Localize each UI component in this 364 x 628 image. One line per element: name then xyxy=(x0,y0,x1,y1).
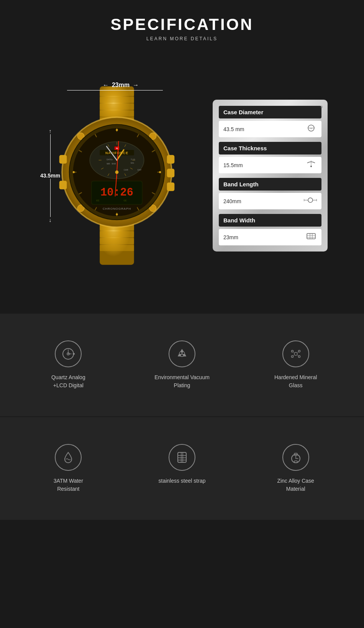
water-label: 3ATM Water Resistant xyxy=(54,477,83,493)
spec-case-thickness-label: Case Thickness xyxy=(219,142,321,155)
svg-rect-11 xyxy=(100,231,134,237)
svg-rect-90 xyxy=(307,233,315,239)
svg-point-104 xyxy=(291,356,293,358)
spec-case-diameter-label: Case Diameter xyxy=(219,106,321,118)
watch-area: ← 23mm → ↑ 43.5mm ↓ xyxy=(36,61,205,291)
svg-text:7:11: 7:11 xyxy=(131,158,136,161)
svg-point-79 xyxy=(73,171,75,173)
svg-text:CHRONOGRAPH: CHRONOGRAPH xyxy=(103,207,131,210)
spec-band-width-label: Band Width xyxy=(219,214,321,227)
svg-text:DATE+: DATE+ xyxy=(107,158,113,161)
spec-section: ← 23mm → ↑ 43.5mm ↓ xyxy=(0,49,364,314)
strap-label: stainless steel strap xyxy=(159,477,206,485)
svg-text:10:26: 10:26 xyxy=(100,186,133,199)
svg-rect-19 xyxy=(167,169,175,177)
svg-rect-4 xyxy=(100,110,134,117)
svg-line-108 xyxy=(293,355,294,356)
spec-band-length-label: Band Length xyxy=(219,178,321,191)
spec-case-thickness-value: 15.5mm xyxy=(219,157,321,173)
svg-point-103 xyxy=(298,350,300,352)
dimension-23mm-top: ← 23mm → xyxy=(103,82,139,89)
svg-point-105 xyxy=(298,356,300,358)
diameter-icon: ⊙ xyxy=(305,124,317,134)
svg-point-102 xyxy=(291,350,293,352)
svg-rect-1 xyxy=(100,90,134,96)
svg-line-107 xyxy=(297,352,298,353)
svg-rect-18 xyxy=(167,155,175,163)
svg-rect-99 xyxy=(73,353,75,355)
svg-point-84 xyxy=(310,166,312,167)
svg-point-76 xyxy=(116,129,118,131)
svg-point-77 xyxy=(159,171,161,173)
svg-text:DAY: DAY xyxy=(138,169,142,171)
svg-rect-118 xyxy=(294,461,297,463)
svg-text:NAVIFORCE: NAVIFORCE xyxy=(105,151,128,155)
feature-quartz: Quartz Analog +LCD Digital xyxy=(15,333,121,397)
svg-rect-20 xyxy=(167,182,175,191)
quartz-icon-circle xyxy=(55,340,82,367)
features-grid-2: 3ATM Water Resistant stainless steel str… xyxy=(15,436,349,501)
svg-text:SIG: SIG xyxy=(131,162,134,164)
band-width-icon xyxy=(305,232,317,242)
strap-icon-circle xyxy=(169,444,195,471)
svg-text:N: N xyxy=(116,147,118,150)
svg-rect-17 xyxy=(59,181,67,189)
quartz-label: Quartz Analog +LCD Digital xyxy=(51,373,85,390)
feature-glass: Hardened Mineral Glass xyxy=(243,333,349,397)
watch-illustration: NAVIFORCE N DATE+ WR BAR 10:26 CC CC CHR… xyxy=(52,84,182,268)
svg-line-109 xyxy=(297,355,298,356)
zinc-icon-circle xyxy=(282,444,309,471)
vacuum-icon-circle xyxy=(169,340,195,367)
glass-icon-circle xyxy=(282,340,309,367)
svg-line-106 xyxy=(293,352,294,353)
svg-text:BAR: BAR xyxy=(112,163,116,165)
page-title: SPECIFICATION xyxy=(0,15,364,34)
zinc-label: Zinc Alloy Case Material xyxy=(277,477,314,493)
svg-text:CHR: CHR xyxy=(124,169,128,171)
svg-rect-13 xyxy=(100,245,134,251)
feature-zinc: Zinc Alloy Case Material xyxy=(243,436,349,501)
svg-point-78 xyxy=(116,213,118,215)
feature-vacuum: Environmental Vacuum Plating xyxy=(129,333,235,397)
svg-point-101 xyxy=(294,352,297,355)
features-section-2: 3ATM Water Resistant stainless steel str… xyxy=(0,417,364,520)
svg-rect-110 xyxy=(178,452,186,462)
svg-rect-3 xyxy=(100,104,134,110)
spec-case-diameter-value: 43.5 mm ⊙ xyxy=(219,121,321,137)
vacuum-label: Environmental Vacuum Plating xyxy=(154,373,210,390)
spec-panel: Case Diameter 43.5 mm ⊙ Case Thickness 1… xyxy=(213,100,328,252)
features-grid-1: Quartz Analog +LCD Digital Environmental… xyxy=(15,333,349,397)
band-width-line xyxy=(67,90,163,90)
page-subtitle: LEARN MORE DETAILS xyxy=(0,36,364,41)
svg-rect-16 xyxy=(59,155,67,163)
glass-label: Hardened Mineral Glass xyxy=(274,373,317,390)
dimension-43mm-left: ↑ 43.5mm ↓ xyxy=(40,128,60,223)
svg-point-85 xyxy=(308,198,313,202)
svg-rect-2 xyxy=(100,97,134,103)
water-icon-circle xyxy=(55,444,82,471)
svg-point-75 xyxy=(115,171,119,174)
svg-rect-12 xyxy=(100,238,134,244)
thickness-icon xyxy=(305,160,317,170)
spec-band-width-value: 23mm xyxy=(219,229,321,245)
band-length-icon xyxy=(304,196,317,206)
feature-strap: stainless steel strap xyxy=(129,436,235,501)
svg-text:CC: CC xyxy=(124,199,127,202)
features-section-1: Quartz Analog +LCD Digital Environmental… xyxy=(0,314,364,416)
spec-band-length-value: 240mm xyxy=(219,193,321,209)
feature-water: 3ATM Water Resistant xyxy=(15,436,121,501)
page-header: SPECIFICATION LEARN MORE DETAILS xyxy=(0,0,364,49)
svg-text:⊙: ⊙ xyxy=(310,127,312,130)
svg-text:WR: WR xyxy=(107,163,110,165)
svg-text:CC: CC xyxy=(96,199,99,202)
